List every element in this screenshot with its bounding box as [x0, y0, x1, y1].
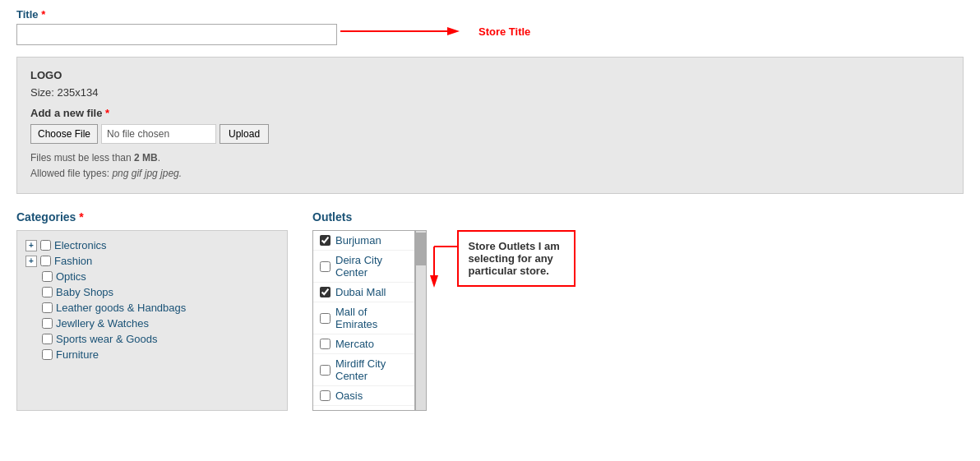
outlet-item-deira[interactable]: Deira City Center	[313, 251, 414, 283]
main-row: Categories * + Electronics + Fashion Opt…	[16, 210, 964, 411]
checkbox-mall-of-emirates[interactable]	[320, 313, 331, 324]
category-item-leather-goods: Leather goods & Handbags	[42, 302, 279, 314]
store-title-annotation: Store Title	[478, 25, 530, 38]
outlets-label: Outlets	[312, 210, 576, 224]
outlet-item-wafi[interactable]: WAFI	[313, 406, 414, 411]
checkbox-jewllery[interactable]	[42, 318, 53, 329]
file-upload-row: Choose File No file chosen Upload	[30, 124, 950, 144]
outlet-label-dubai-mall: Dubai Mall	[335, 286, 386, 298]
scrollbar[interactable]	[415, 230, 427, 411]
checkbox-optics[interactable]	[42, 271, 53, 282]
checkbox-mercato[interactable]	[320, 339, 331, 349]
outlet-item-burjuman[interactable]: Burjuman	[313, 231, 414, 251]
outlets-list[interactable]: Burjuman Deira City Center Dubai Mall Ma…	[312, 230, 415, 411]
outlets-arrow	[430, 230, 457, 296]
checkbox-oasis[interactable]	[320, 390, 331, 401]
category-label-jewllery: Jewllery & Watches	[56, 317, 149, 330]
outlet-label-oasis: Oasis	[335, 390, 363, 402]
outlet-item-oasis[interactable]: Oasis	[313, 386, 414, 406]
outlet-item-dubai-mall[interactable]: Dubai Mall	[313, 283, 414, 302]
outlets-section: Outlets Burjuman Deira City Center Dubai…	[312, 210, 576, 411]
checkbox-electronics[interactable]	[40, 240, 51, 251]
categories-box: + Electronics + Fashion Optics Baby Shop…	[16, 230, 288, 411]
outlets-annotation-area: Store Outlets I am selecting for any par…	[430, 230, 576, 296]
categories-required: *	[79, 210, 83, 224]
choose-file-button[interactable]: Choose File	[30, 124, 98, 144]
title-required-marker: *	[41, 8, 45, 21]
outlet-label-deira: Deira City Center	[335, 254, 408, 279]
category-item-jewllery: Jewllery & Watches	[42, 317, 279, 330]
checkbox-furniture[interactable]	[42, 349, 53, 360]
category-label-sports-wear: Sports wear & Goods	[56, 333, 158, 345]
category-item-optics: Optics	[42, 270, 279, 283]
category-item-sports-wear: Sports wear & Goods	[42, 333, 279, 345]
expand-icon-fashion[interactable]: +	[25, 256, 37, 267]
outlet-item-mall-of-emirates[interactable]: Mall of Emirates	[313, 302, 414, 334]
checkbox-deira[interactable]	[320, 261, 331, 272]
categories-section: Categories * + Electronics + Fashion Opt…	[16, 210, 288, 411]
file-name-display: No file chosen	[101, 124, 216, 144]
category-item-baby-shops: Baby Shops	[42, 286, 279, 298]
outlets-annotation-box: Store Outlets I am selecting for any par…	[457, 230, 576, 287]
category-item-fashion: + Fashion	[25, 255, 279, 267]
category-label-fashion: Fashion	[54, 255, 92, 267]
outlet-label-mall-of-emirates: Mall of Emirates	[335, 306, 408, 330]
logo-section: LOGO Size: 235x134 Add a new file * Choo…	[16, 57, 964, 194]
outlet-item-mirdiff[interactable]: Mirdiff City Center	[313, 354, 414, 386]
checkbox-mirdiff[interactable]	[320, 365, 331, 376]
outlet-label-burjuman: Burjuman	[335, 234, 381, 247]
svg-marker-1	[447, 27, 460, 35]
title-label: Title *	[16, 8, 964, 21]
category-item-electronics: + Electronics	[25, 239, 279, 251]
svg-marker-4	[430, 275, 438, 288]
file-info: Files must be less than 2 MB. Allowed fi…	[30, 150, 950, 182]
checkbox-burjuman[interactable]	[320, 235, 331, 246]
logo-title: LOGO	[30, 69, 950, 81]
category-label-electronics: Electronics	[54, 239, 107, 251]
category-label-optics: Optics	[56, 270, 86, 283]
checkbox-dubai-mall[interactable]	[320, 287, 331, 297]
upload-button[interactable]: Upload	[220, 124, 269, 144]
checkbox-baby-shops[interactable]	[42, 287, 53, 297]
expand-icon-electronics[interactable]: +	[25, 240, 37, 251]
checkbox-fashion[interactable]	[40, 256, 51, 266]
category-label-baby-shops: Baby Shops	[56, 286, 113, 298]
category-label-leather-goods: Leather goods & Handbags	[56, 302, 186, 314]
add-file-required: *	[105, 107, 109, 119]
title-arrow	[340, 19, 472, 44]
checkbox-wafi[interactable]	[320, 410, 331, 411]
add-file-label: Add a new file *	[30, 107, 950, 119]
categories-label: Categories *	[16, 210, 288, 224]
outlet-item-mercato[interactable]: Mercato	[313, 334, 414, 354]
outlet-label-mercato: Mercato	[335, 338, 374, 350]
category-item-furniture: Furniture	[42, 348, 279, 361]
outlet-label-wafi: WAFI	[335, 409, 362, 411]
logo-size: Size: 235x134	[30, 86, 950, 99]
title-section: Title * Store Title	[16, 8, 964, 45]
checkbox-sports-wear[interactable]	[42, 334, 53, 344]
category-label-furniture: Furniture	[56, 348, 99, 361]
outlet-label-mirdiff: Mirdiff City Center	[335, 357, 408, 382]
scrollbar-thumb	[416, 233, 426, 265]
checkbox-leather-goods[interactable]	[42, 302, 53, 313]
title-input[interactable]	[16, 24, 337, 45]
